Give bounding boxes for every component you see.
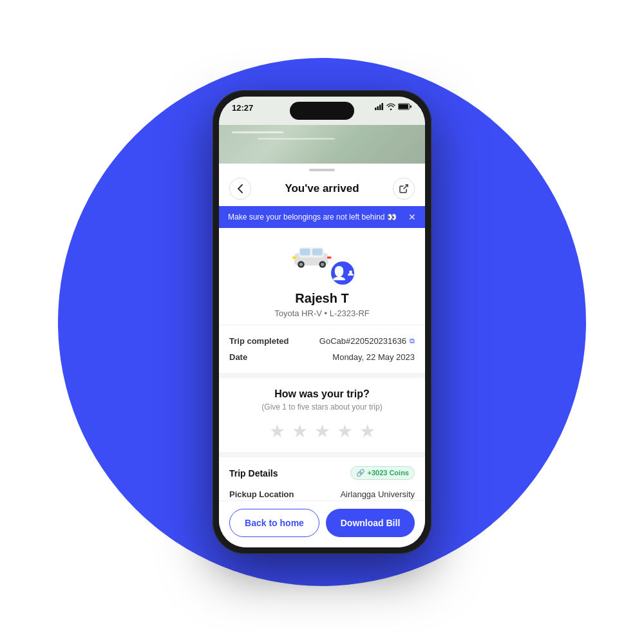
svg-rect-1: [377, 106, 379, 110]
rating-subtitle: (Give 1 to five stars about your trip): [229, 402, 415, 412]
bottom-buttons: Back to home Download Bill: [219, 500, 425, 547]
trip-completed-row: Trip completed GoCab#220520231636 ⧉: [229, 333, 415, 349]
trip-date-row: Date Monday, 22 May 2023: [229, 349, 415, 365]
star-1[interactable]: ★: [269, 421, 285, 442]
download-bill-button[interactable]: Download Bill: [326, 509, 415, 537]
svg-rect-15: [292, 256, 297, 259]
svg-point-17: [349, 270, 352, 274]
star-2[interactable]: ★: [292, 421, 308, 442]
background-circle: 12:27: [58, 58, 586, 586]
svg-rect-2: [379, 105, 381, 111]
alert-banner: Make sure your belongings are not left b…: [219, 206, 425, 228]
trip-details-section: Trip Details 🔗 +3023 Coins Pickup Locati…: [219, 457, 425, 500]
svg-point-12: [299, 263, 303, 266]
details-title: Trip Details: [229, 468, 278, 478]
trip-completed-value: GoCab#220520231636 ⧉: [319, 336, 415, 346]
status-icons: [375, 103, 412, 110]
battery-icon: [398, 103, 412, 110]
status-time: 12:27: [232, 103, 253, 113]
car-icon: [290, 243, 335, 269]
driver-vehicle: Toyota HR-V • L-2323-RF: [274, 308, 370, 318]
wifi-icon: [386, 103, 395, 110]
share-button[interactable]: [393, 178, 415, 200]
star-3[interactable]: ★: [314, 421, 330, 442]
svg-rect-5: [399, 104, 408, 109]
svg-rect-6: [410, 106, 412, 108]
status-bar: 12:27: [219, 97, 425, 125]
signal-icon: [375, 103, 384, 110]
alert-message: Make sure your belongings are not left b…: [228, 213, 403, 222]
svg-rect-10: [312, 249, 323, 256]
rating-section: How was your trip? (Give 1 to five stars…: [219, 378, 425, 457]
back-home-button[interactable]: Back to home: [229, 509, 319, 537]
detail-row-pickup: Pickup Location Airlangga University: [229, 486, 415, 500]
scroll-content: Rajesh T Toyota HR-V • L-2323-RF Trip co…: [219, 228, 425, 500]
svg-rect-0: [375, 108, 377, 110]
phone-screen: 12:27: [219, 97, 425, 547]
driver-avatar: [331, 261, 354, 285]
svg-rect-16: [327, 256, 332, 259]
trip-info: Trip completed GoCab#220520231636 ⧉ Date…: [219, 325, 425, 378]
phone-shell: 12:27: [213, 90, 431, 554]
pickup-label: Pickup Location: [229, 489, 294, 499]
avatar-group: [290, 240, 354, 285]
details-header: Trip Details 🔗 +3023 Coins: [229, 466, 415, 480]
driver-name: Rajesh T: [295, 291, 348, 306]
alert-close-button[interactable]: ✕: [408, 212, 416, 222]
star-5[interactable]: ★: [359, 421, 375, 442]
trip-completed-label: Trip completed: [229, 336, 289, 346]
trip-date-label: Date: [229, 352, 247, 362]
coins-badge: 🔗 +3023 Coins: [350, 466, 415, 480]
back-button[interactable]: [229, 178, 251, 200]
top-nav: You've arrived: [219, 174, 425, 206]
pill-handle: [309, 169, 335, 171]
dynamic-island: [290, 102, 354, 120]
copy-icon[interactable]: ⧉: [410, 337, 415, 345]
rating-title: How was your trip?: [229, 388, 415, 400]
pickup-value: Airlangga University: [340, 489, 415, 499]
star-4[interactable]: ★: [337, 421, 353, 442]
star-rating: ★ ★ ★ ★ ★: [229, 421, 415, 442]
screen-title: You've arrived: [285, 182, 359, 195]
svg-rect-3: [382, 103, 384, 110]
svg-point-14: [321, 263, 324, 266]
map-area: [219, 125, 425, 164]
driver-section: Rajesh T Toyota HR-V • L-2323-RF: [219, 228, 425, 325]
person-icon: [347, 265, 354, 281]
svg-rect-9: [300, 249, 310, 256]
trip-date-value: Monday, 22 May 2023: [332, 352, 415, 362]
